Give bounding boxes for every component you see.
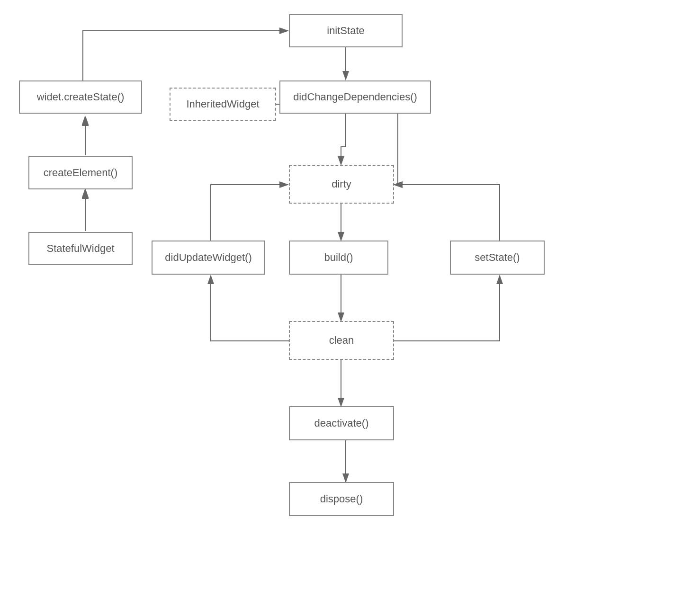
node-stateful-widget: StatefulWidget <box>28 232 133 265</box>
node-clean: clean <box>289 321 394 360</box>
node-build: build() <box>289 241 388 275</box>
node-didChangeDependencies: didChangeDependencies() <box>279 80 431 114</box>
node-create-element: createElement() <box>28 156 133 189</box>
node-dispose: dispose() <box>289 482 394 516</box>
node-dirty: dirty <box>289 165 394 204</box>
node-deactivate: deactivate() <box>289 406 394 440</box>
diagram-container: initState didChangeDependencies() dirty … <box>0 0 700 607</box>
node-initState: initState <box>289 14 403 47</box>
node-did-update-widget: didUpdateWidget() <box>152 241 265 275</box>
node-set-state: setState() <box>450 241 545 275</box>
node-inherited-widget: InheritedWidget <box>170 88 276 121</box>
node-widet-create-state: widet.createState() <box>19 80 142 114</box>
